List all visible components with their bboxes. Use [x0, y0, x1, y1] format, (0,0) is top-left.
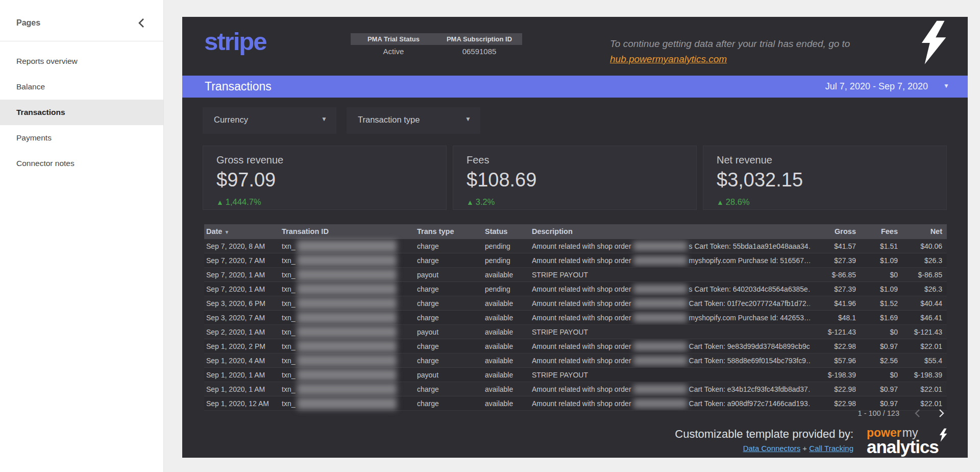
cell-description: Amount related with shop orderCart Token… [532, 296, 810, 310]
cell-transaction-id: txn_ [282, 268, 417, 281]
cell-description: Amount related with shop orderCart Token… [532, 353, 810, 367]
cell-date: Sep 2, 2020, 1 AM [204, 325, 282, 339]
cell-fees: $1.69 [861, 311, 902, 324]
cell-fees: $1.51 [861, 239, 902, 253]
cell-transaction-id: txn_ [282, 239, 417, 253]
table-row[interactable]: Sep 7, 2020, 8 AM txn_ charge pending Am… [204, 239, 947, 253]
cell-fees: $1.09 [861, 282, 902, 296]
table-row[interactable]: Sep 7, 2020, 1 AM txn_ payout available … [204, 268, 947, 282]
cell-transaction-id: txn_ [282, 253, 417, 267]
trial-notice: To continue getting data after your tria… [610, 36, 850, 67]
redacted-transaction-id [297, 269, 397, 281]
sidebar-item-balance[interactable]: Balance [0, 74, 163, 100]
hub-link[interactable]: hub.powermyanalytics.com [610, 54, 727, 64]
table-row[interactable]: Sep 1, 2020, 1 AM txn_ payout available … [204, 368, 947, 382]
table-row[interactable]: Sep 1, 2020, 12 AM txn_ charge available… [204, 396, 947, 411]
table-row[interactable]: Sep 1, 2020, 2 PM txn_ charge available … [204, 339, 947, 353]
chevron-down-icon: ▼ [943, 82, 949, 89]
table-body: Sep 7, 2020, 8 AM txn_ charge pending Am… [204, 239, 947, 411]
redacted-shop-name [633, 285, 687, 294]
column-header-trans-type[interactable]: Trans type [417, 224, 485, 239]
cell-trans-type: payout [417, 368, 485, 382]
column-header-fees[interactable]: Fees [861, 224, 902, 239]
column-header-net[interactable]: Net [902, 224, 945, 239]
collapse-sidebar-icon[interactable] [136, 17, 148, 29]
redacted-shop-name [633, 256, 687, 265]
table-row[interactable]: Sep 3, 2020, 7 AM txn_ charge available … [204, 311, 947, 325]
lightning-bolt-icon [937, 426, 948, 444]
cell-fees: $1.09 [861, 253, 902, 267]
cell-status: available [485, 353, 532, 367]
table-row[interactable]: Sep 1, 2020, 4 AM txn_ charge available … [204, 353, 947, 368]
cell-transaction-id: txn_ [282, 396, 417, 410]
cell-transaction-id: txn_ [282, 368, 417, 382]
cell-trans-type: charge [417, 282, 485, 296]
cell-trans-type: charge [417, 311, 485, 324]
kpi-value: $97.09 [216, 169, 433, 191]
report-canvas: stripe PMA Trial Status PMA Subscription… [182, 17, 968, 458]
cell-fees: $0 [861, 268, 902, 281]
column-header-description[interactable]: Description [532, 224, 810, 239]
cell-description: Amount related with shop orderCart Token… [532, 339, 810, 353]
kpi-delta: ▲3.2% [467, 197, 683, 207]
cell-trans-type: payout [417, 325, 485, 339]
transaction-type-filter[interactable]: Transaction type ▼ [347, 107, 480, 134]
cell-trans-type: charge [417, 396, 485, 410]
cell-gross: $-198.39 [810, 368, 861, 382]
table-row[interactable]: Sep 7, 2020, 1 AM txn_ charge pending Am… [204, 282, 947, 296]
next-page-icon[interactable] [936, 408, 946, 418]
cell-date: Sep 1, 2020, 2 PM [204, 339, 282, 353]
redacted-transaction-id [297, 283, 397, 295]
pages-sidebar: Pages Reports overview Balance Transacti… [0, 0, 164, 472]
date-range-selector[interactable]: Jul 7, 2020 - Sep 7, 2020 [825, 81, 928, 92]
table-row[interactable]: Sep 3, 2020, 6 PM txn_ charge available … [204, 296, 947, 311]
column-header-date[interactable]: Date▼ [204, 224, 282, 239]
data-connectors-link[interactable]: Data Connectors [743, 444, 801, 453]
column-header-transation-id[interactable]: Transation ID [282, 224, 417, 239]
trial-notice-text: To continue getting data after your tria… [610, 38, 850, 49]
cell-gross: $48.1 [810, 311, 861, 324]
cell-fees: $1.52 [861, 296, 902, 310]
sidebar-item-payments[interactable]: Payments [0, 125, 163, 151]
kpi-value: $108.69 [467, 169, 683, 191]
sidebar-item-reports-overview[interactable]: Reports overview [0, 49, 163, 74]
cell-status: pending [485, 253, 532, 267]
arrow-up-icon: ▲ [717, 198, 724, 206]
previous-page-icon[interactable] [913, 408, 923, 418]
kpi-net-revenue: Net revenue $3,032.15 ▲28.6% [703, 146, 947, 210]
cell-transaction-id: txn_ [282, 296, 417, 310]
column-header-status[interactable]: Status [485, 224, 532, 239]
table-row[interactable]: Sep 1, 2020, 1 AM txn_ charge available … [204, 382, 947, 396]
stripe-logo: stripe [204, 27, 266, 56]
cell-transaction-id: txn_ [282, 339, 417, 353]
table-row[interactable]: Sep 2, 2020, 1 AM txn_ payout available … [204, 325, 947, 339]
sidebar-item-connector-notes[interactable]: Connector notes [0, 151, 163, 176]
cell-gross: $27.39 [810, 253, 861, 267]
call-tracking-link[interactable]: Call Tracking [809, 444, 853, 453]
arrow-up-icon: ▲ [216, 198, 224, 206]
cell-trans-type: charge [417, 382, 485, 396]
cell-description: Amount related with shop ordermyshopify.… [532, 253, 810, 267]
table-row[interactable]: Sep 7, 2020, 7 AM txn_ charge pending Am… [204, 253, 947, 268]
cell-fees: $0.97 [861, 339, 902, 353]
cell-description: Amount related with shop orderCart Token… [532, 396, 810, 410]
cell-description: STRIPE PAYOUT [532, 368, 810, 382]
pma-subscription-id-value: 06591085 [436, 45, 522, 58]
cell-status: available [485, 382, 532, 396]
cell-status: available [485, 396, 532, 410]
redacted-transaction-id [297, 383, 397, 395]
cell-trans-type: charge [417, 339, 485, 353]
column-header-gross[interactable]: Gross [810, 224, 861, 239]
footer: Customizable template provided by: Data … [675, 427, 948, 456]
redacted-transaction-id [297, 240, 397, 252]
cell-trans-type: charge [417, 353, 485, 367]
redacted-shop-name [633, 399, 687, 408]
sidebar-item-transactions[interactable]: Transactions [0, 100, 163, 125]
cell-transaction-id: txn_ [282, 282, 417, 296]
cell-status: pending [485, 239, 532, 253]
redacted-transaction-id [297, 326, 397, 338]
pma-status-table: PMA Trial Status PMA Subscription ID Act… [351, 33, 522, 58]
cell-date: Sep 1, 2020, 1 AM [204, 368, 282, 382]
cell-fees: $0.97 [861, 382, 902, 396]
currency-filter[interactable]: Currency ▼ [203, 107, 336, 134]
